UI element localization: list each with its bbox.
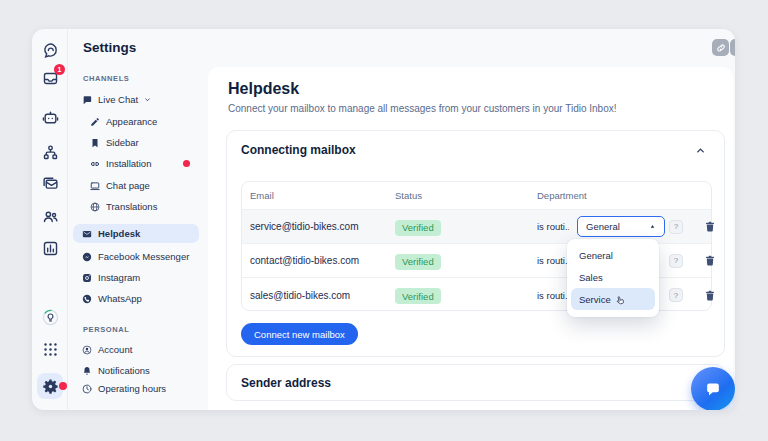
sidebar-item-whatsapp[interactable]: WhatsApp	[73, 289, 199, 308]
chevron-up-icon[interactable]	[695, 145, 706, 156]
routing-text: is routi...	[537, 255, 569, 266]
sidebar-item-label: Operating hours	[98, 383, 166, 394]
person-icon	[82, 345, 92, 355]
chat-widget-button[interactable]	[691, 367, 735, 410]
contacts-icon-button[interactable]	[41, 207, 59, 225]
status-badge: Verified	[395, 288, 441, 304]
sidebar-item-notifications[interactable]: Notifications	[73, 361, 199, 380]
department-select[interactable]: General	[577, 216, 665, 237]
mail-icon	[82, 229, 92, 239]
link-icon	[716, 43, 726, 53]
sidebar-item-live-chat[interactable]: Live Chat	[73, 90, 199, 109]
trash-icon[interactable]	[704, 289, 716, 302]
sidebar-item-helpdesk[interactable]: Helpdesk	[73, 224, 199, 243]
status-badge: Verified	[395, 254, 441, 270]
channels-section-label: CHANNELS	[83, 74, 129, 83]
personal-section-label: PERSONAL	[83, 325, 129, 334]
bookmark-icon	[90, 138, 100, 148]
sender-address-panel[interactable]: Sender address	[226, 364, 725, 401]
help-button[interactable]: ?	[669, 288, 683, 302]
mailbox-email: contact@tidio-bikes.com	[242, 255, 387, 266]
triangle-up-icon	[649, 223, 656, 230]
sidebar-item-account[interactable]: Account	[73, 340, 199, 359]
bell-icon	[82, 366, 92, 376]
apps-grid-icon-button[interactable]	[41, 340, 59, 358]
sidebar-item-label: Sidebar	[106, 137, 139, 148]
mailbox-email: service@tidio-bikes.com	[242, 221, 387, 232]
dropdown-option-sales[interactable]: Sales	[571, 266, 655, 288]
column-header-department: Department	[529, 190, 711, 201]
connecting-mailbox-header[interactable]: Connecting mailbox	[227, 131, 724, 169]
chatbot-icon-button[interactable]	[41, 108, 59, 126]
routing-text: is routi...	[537, 290, 569, 301]
sidebar-item-label: Instagram	[98, 272, 140, 283]
link-icon	[90, 159, 100, 169]
clock-icon	[82, 384, 92, 394]
copy-link-button[interactable]	[712, 39, 729, 56]
column-header-email: Email	[242, 190, 387, 201]
connecting-mailbox-panel: Connecting mailbox Email Status Departme…	[226, 130, 725, 357]
trash-icon[interactable]	[704, 254, 716, 267]
chevron-down-icon	[144, 96, 151, 103]
connecting-mailbox-title: Connecting mailbox	[227, 143, 356, 157]
settings-sidebar: Settings CHANNELS Live Chat Appearance S…	[69, 29, 205, 410]
helpdesk-page: Helpdesk Connect your mailbox to manage …	[208, 67, 733, 410]
sidebar-item-label: WhatsApp	[98, 293, 142, 304]
sidebar-item-installation[interactable]: Installation	[73, 154, 199, 173]
chat-bubble-icon	[82, 95, 92, 105]
sidebar-item-facebook-messenger[interactable]: Facebook Messenger	[73, 247, 199, 266]
help-button[interactable]: ?	[669, 254, 683, 268]
app-window: 1 Settings CHANNELS	[32, 29, 735, 410]
icon-rail: 1	[32, 29, 68, 410]
monitor-icon	[90, 181, 100, 191]
settings-notification-dot	[59, 382, 67, 390]
page: { "theme": { "accent": "#2465f0", "badge…	[0, 0, 768, 441]
page-title: Helpdesk	[228, 80, 299, 98]
trash-icon[interactable]	[704, 220, 716, 233]
sidebar-title: Settings	[83, 40, 136, 55]
sender-address-title: Sender address	[227, 376, 331, 390]
globe-icon	[90, 202, 100, 212]
option-label: General	[579, 250, 613, 261]
sidebar-item-label: Facebook Messenger	[98, 251, 189, 262]
cursor-hand-icon	[613, 293, 627, 307]
speech-bubble-icon	[703, 379, 723, 399]
messenger-icon	[82, 252, 92, 262]
table-header-row: Email Status Department	[242, 182, 711, 210]
page-subtitle: Connect your mailbox to manage all messa…	[228, 103, 617, 114]
routing-text: is routi...	[537, 221, 569, 232]
whatsapp-icon	[82, 294, 92, 304]
sidebar-item-label: Installation	[106, 158, 151, 169]
sidebar-item-label: Live Chat	[98, 94, 138, 105]
status-badge: Verified	[395, 220, 441, 236]
option-label: Sales	[579, 272, 603, 283]
sidebar-item-appearance[interactable]: Appearance	[73, 112, 199, 131]
sidebar-item-instagram[interactable]: Instagram	[73, 268, 199, 287]
campaigns-icon-button[interactable]	[41, 174, 59, 192]
sidebar-item-operating-hours[interactable]: Operating hours	[73, 379, 199, 398]
installation-notification-dot	[183, 160, 190, 167]
sidebar-item-label: Chat page	[106, 180, 150, 191]
sidebar-item-sidebar[interactable]: Sidebar	[73, 133, 199, 152]
analytics-icon-button[interactable]	[41, 239, 59, 257]
sidebar-item-translations[interactable]: Translations	[73, 197, 199, 216]
clipped-toolbar-button[interactable]	[730, 39, 735, 56]
department-dropdown-menu: General Sales Service	[567, 239, 659, 317]
tidio-logo-icon[interactable]	[41, 41, 59, 59]
insights-icon-button[interactable]	[41, 308, 59, 326]
pencil-icon	[90, 117, 100, 127]
sidebar-item-label: Translations	[106, 201, 157, 212]
sidebar-item-chat-page[interactable]: Chat page	[73, 176, 199, 195]
sidebar-item-label: Notifications	[98, 365, 150, 376]
instagram-icon	[82, 273, 92, 283]
dropdown-option-general[interactable]: General	[571, 244, 655, 266]
dropdown-option-service[interactable]: Service	[571, 288, 655, 310]
connect-new-mailbox-button[interactable]: Connect new mailbox	[241, 323, 358, 345]
mailbox-email: sales@tidio-bikes.com	[242, 290, 387, 301]
sidebar-item-label: Helpdesk	[98, 228, 140, 239]
sidebar-item-label: Account	[98, 344, 132, 355]
inbox-icon-button[interactable]: 1	[41, 69, 59, 87]
automation-icon-button[interactable]	[41, 143, 59, 161]
help-button[interactable]: ?	[669, 220, 683, 234]
department-select-value: General	[586, 221, 620, 232]
